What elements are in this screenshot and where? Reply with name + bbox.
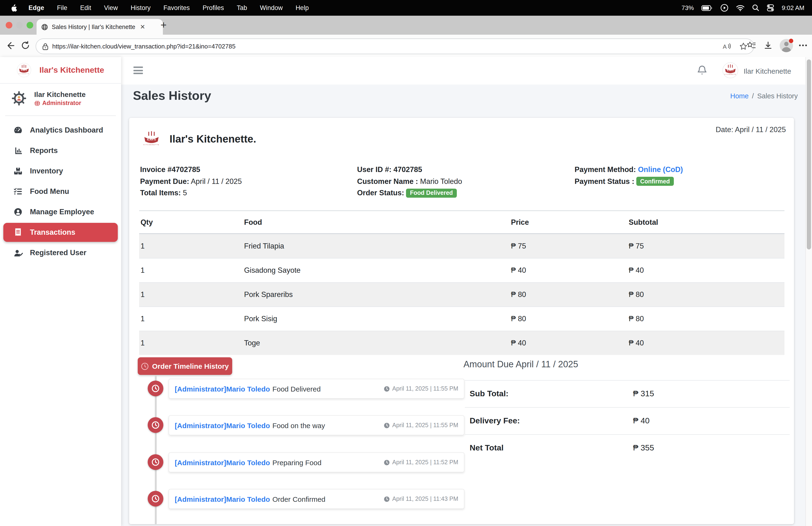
menu-favorites[interactable]: Favorites — [163, 4, 190, 11]
menu-profiles[interactable]: Profiles — [203, 4, 224, 11]
window-minimize-button[interactable] — [16, 22, 23, 29]
lock-icon[interactable] — [42, 43, 48, 50]
favorite-star-icon[interactable] — [739, 42, 748, 51]
svg-text:ILAR'S: ILAR'S — [21, 69, 27, 71]
payment-due-value: April / 11 / 2025 — [191, 177, 242, 185]
receipt-icon — [12, 228, 24, 237]
apple-icon[interactable] — [10, 3, 17, 12]
table-row[interactable]: 1Pork Spareribs₱ 80₱ 80 — [139, 282, 784, 307]
payment-method-value[interactable]: Online (CoD) — [638, 165, 683, 173]
url-text[interactable]: https://ilar-kitchen.cloud/view_transact… — [52, 43, 723, 50]
browser-profile-avatar[interactable] — [779, 39, 794, 53]
breadcrumb-home-link[interactable]: Home — [730, 92, 749, 100]
read-aloud-icon[interactable]: A — [723, 43, 732, 50]
invoice-number: Invoice #4702785 — [140, 165, 200, 173]
browser-tab[interactable]: Sales History | Ilar's Kitchenette ✕ — [37, 19, 163, 35]
subtotal-row: Sub Total: ₱ 315 — [465, 380, 790, 407]
items-table-header: Qty Food Price Subtotal — [139, 211, 784, 234]
timeline-clock-badge — [148, 381, 163, 396]
sidebar-item-transactions[interactable]: Transactions — [3, 223, 118, 242]
invoice-card: ILAR'SKITCHENETTE Ilar's Kitchenette. Da… — [129, 118, 794, 524]
items-table: Qty Food Price Subtotal 1Fried Tilapia₱ … — [139, 211, 784, 355]
downloads-icon[interactable] — [764, 41, 772, 50]
menu-edit[interactable]: Edit — [80, 4, 91, 11]
user-id: User ID #: 4702785 — [357, 165, 422, 173]
timeline-entry[interactable]: [Administrator]Mario Toledo Food Deliver… — [169, 379, 464, 399]
breadcrumb-current: Sales History — [757, 92, 798, 100]
sidebar-item-registered-user[interactable]: Registered User — [3, 243, 118, 262]
sidebar-item-reports[interactable]: Reports — [3, 141, 118, 160]
user-gear-avatar — [11, 90, 28, 107]
window-zoom-button[interactable] — [27, 22, 33, 29]
invoice-date: Date: April / 11 / 2025 — [715, 126, 786, 134]
order-timeline-button[interactable]: Order Timeline History — [138, 357, 232, 375]
table-row[interactable]: 1Gisadong Sayote₱ 40₱ 40 — [139, 258, 784, 282]
window-close-button[interactable] — [6, 22, 12, 29]
hamburger-menu-icon[interactable] — [133, 67, 143, 76]
col-price: Price — [511, 218, 629, 226]
sidebar-item-analytics-dashboard[interactable]: Analytics Dashboard — [3, 121, 118, 140]
timeline-entry[interactable]: [Administrator]Mario Toledo Order Confir… — [169, 489, 464, 509]
menu-help[interactable]: Help — [295, 4, 309, 11]
dashboard-icon — [12, 126, 24, 135]
timeline-entry[interactable]: [Administrator]Mario Toledo Food on the … — [169, 415, 464, 435]
table-row[interactable]: 1Fried Tilapia₱ 75₱ 75 — [139, 234, 784, 258]
svg-text:A: A — [723, 43, 727, 49]
invoice-info-right: Payment Method: Online (CoD) Payment Sta… — [575, 164, 683, 187]
media-play-icon[interactable] — [721, 4, 729, 12]
notifications-bell-icon[interactable] — [697, 65, 708, 76]
timeline-clock-badge — [148, 417, 163, 433]
table-row[interactable]: 1Pork Sisig₱ 80₱ 80 — [139, 307, 784, 331]
new-tab-button[interactable]: + — [160, 19, 167, 31]
amount-due-heading: Amount Due April / 11 / 2025 — [463, 359, 578, 370]
browser-menu-icon[interactable] — [799, 44, 807, 46]
total-items-label: Total Items: — [140, 189, 181, 197]
reload-icon[interactable] — [20, 40, 30, 51]
menu-file[interactable]: File — [57, 4, 68, 11]
sidebar-brand[interactable]: ILAR'SKITCHENETTE Ilar's Kitchenette — [0, 57, 121, 84]
battery-percent: 73% — [682, 4, 694, 11]
order-status-label: Order Status: — [357, 189, 404, 197]
globe-icon — [41, 24, 48, 30]
sidebar-divider — [5, 115, 116, 116]
order-status-badge: Food Delivered — [406, 188, 457, 197]
menu-app-name[interactable]: Edge — [29, 4, 44, 11]
favorites-list-icon[interactable] — [746, 41, 756, 49]
sidebar-item-food-menu[interactable]: Food Menu — [3, 182, 118, 201]
account-avatar-logo[interactable]: ILAR'SKITCHENETTE — [722, 62, 738, 79]
wifi-icon[interactable] — [736, 4, 745, 11]
screen: Edge File Edit View History Favorites Pr… — [0, 0, 812, 526]
menu-window[interactable]: Window — [260, 4, 283, 11]
timeline-entry[interactable]: [Administrator]Mario Toledo Preparing Fo… — [169, 452, 464, 472]
breadcrumb-separator: / — [752, 92, 754, 100]
account-name[interactable]: Ilar Kitchenette — [744, 67, 791, 75]
user-check-icon — [12, 248, 24, 257]
control-center-icon[interactable] — [767, 4, 774, 11]
invoice-info-middle: User ID #: 4702785 Customer Name : Mario… — [357, 164, 462, 199]
payment-method-label: Payment Method: — [575, 165, 636, 173]
menu-view[interactable]: View — [104, 4, 118, 11]
sidebar-item-inventory[interactable]: Inventory — [3, 161, 118, 181]
total-items-value: 5 — [183, 189, 187, 197]
timeline-clock-badge — [148, 491, 163, 507]
timeline-clock-badge — [148, 454, 163, 470]
page-scrollbar[interactable] — [806, 57, 812, 526]
tab-close-icon[interactable]: ✕ — [140, 23, 145, 30]
spotlight-search-icon[interactable] — [752, 4, 759, 11]
delivery-fee-label: Delivery Fee: — [465, 416, 633, 426]
employee-icon — [12, 207, 24, 217]
browser-toolbar: https://ilar-kitchen.cloud/view_transact… — [0, 35, 812, 57]
checklist-icon — [12, 187, 24, 196]
svg-text:ILAR'S: ILAR'S — [147, 138, 156, 141]
menu-history[interactable]: History — [131, 4, 150, 11]
back-icon[interactable] — [5, 40, 15, 51]
brand-name: Ilar's Kitchenette — [40, 65, 104, 75]
address-bar[interactable]: https://ilar-kitchen.cloud/view_transact… — [35, 39, 754, 54]
subtotal-value: ₱ 315 — [633, 389, 654, 399]
payment-status-label: Payment Status : — [575, 177, 634, 185]
menu-tab[interactable]: Tab — [237, 4, 247, 11]
scrollbar-thumb[interactable] — [807, 59, 811, 250]
table-row[interactable]: 1Toge₱ 40₱ 40 — [139, 331, 784, 355]
sidebar-item-manage-employee[interactable]: Manage Employee — [3, 202, 118, 222]
subtotal-label: Sub Total: — [465, 389, 633, 399]
